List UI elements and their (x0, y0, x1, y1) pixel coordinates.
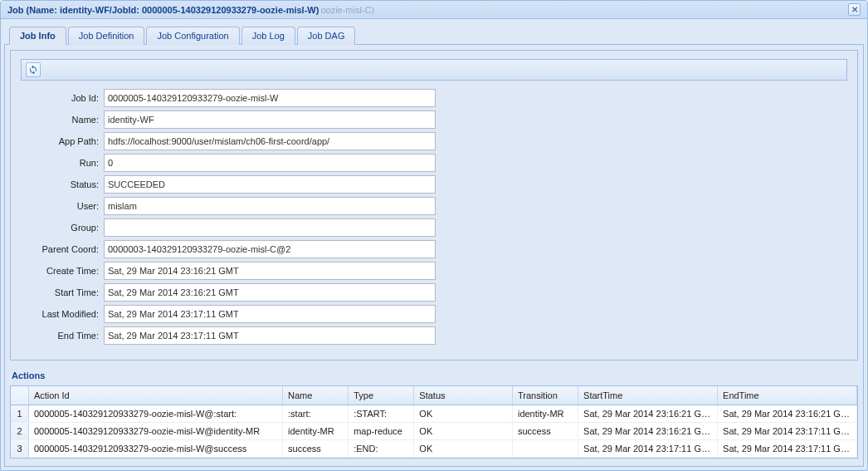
cell-status: OK (414, 423, 513, 439)
job-window: Job (Name: identity-WF/JobId: 0000005-14… (0, 0, 868, 471)
row-status: Status: (21, 175, 847, 194)
refresh-button[interactable] (26, 62, 41, 77)
label-status: Status: (21, 179, 104, 189)
cell-starttime: Sat, 29 Mar 2014 23:17:11 GMT (578, 440, 718, 457)
tab-label: Job Log (252, 31, 285, 41)
actions-grid: Action Id Name Type Status Transition St… (10, 385, 858, 459)
content-area: Job Id: Name: App Path: Run: Status: (4, 45, 864, 467)
title-ghost: oozie-misl-C) (320, 5, 374, 15)
label-create-time: Create Time: (21, 266, 104, 276)
table-row[interactable]: 3 0000005-140329120933279-oozie-misl-W@s… (11, 440, 857, 458)
field-user[interactable] (104, 197, 436, 215)
tab-job-definition[interactable]: Job Definition (68, 27, 145, 45)
cell-starttime: Sat, 29 Mar 2014 23:16:21 GMT (578, 423, 718, 439)
col-header-name[interactable]: Name (283, 386, 349, 405)
label-app-path: App Path: (21, 136, 104, 146)
tab-label: Job Info (20, 31, 56, 41)
tab-label: Job DAG (308, 31, 345, 41)
cell-transition: identity-MR (513, 405, 578, 422)
tab-label: Job Definition (79, 31, 134, 41)
form-grid: Job Id: Name: App Path: Run: Status: (11, 51, 857, 360)
row-job-id: Job Id: (21, 89, 847, 107)
toolbar (21, 59, 847, 81)
title-job-id: 0000005-140329120933279-oozie-misl-W (142, 5, 316, 15)
col-header-transition[interactable]: Transition (513, 386, 578, 405)
title-mid: /JobId: (110, 5, 142, 15)
row-name: Name: (21, 110, 847, 129)
row-user: User: (21, 197, 847, 215)
cell-index: 3 (11, 440, 29, 457)
cell-name: success (283, 440, 349, 457)
window-title: Job (Name: identity-WF/JobId: 0000005-14… (7, 5, 374, 15)
row-end-time: End Time: (21, 326, 847, 345)
cell-starttime: Sat, 29 Mar 2014 23:16:21 GMT (578, 405, 718, 422)
field-start-time[interactable] (104, 283, 436, 302)
cell-name: identity-MR (283, 423, 349, 439)
tab-job-info[interactable]: Job Info (9, 27, 66, 45)
actions-title: Actions (10, 367, 858, 385)
row-create-time: Create Time: (21, 262, 847, 280)
field-end-time[interactable] (104, 326, 436, 345)
cell-type: :END: (349, 440, 414, 457)
col-header-starttime[interactable]: StartTime (578, 386, 718, 405)
cell-action-id: 0000005-140329120933279-oozie-misl-W@suc… (29, 440, 283, 457)
col-header-status[interactable]: Status (414, 386, 513, 405)
cell-transition (513, 440, 578, 457)
cell-status: OK (414, 405, 513, 422)
cell-transition: success (513, 423, 578, 439)
refresh-icon (28, 65, 38, 75)
col-header-index[interactable] (11, 386, 29, 405)
label-job-id: Job Id: (21, 93, 104, 103)
row-start-time: Start Time: (21, 283, 847, 302)
tabstrip: Job Info Job Definition Job Configuratio… (4, 22, 864, 45)
label-parent-coord: Parent Coord: (21, 244, 104, 254)
title-job-name: identity-WF (60, 5, 110, 15)
label-user: User: (21, 201, 104, 211)
row-run: Run: (21, 154, 847, 172)
close-icon: ✕ (851, 5, 858, 14)
tab-job-log[interactable]: Job Log (241, 27, 295, 45)
field-run[interactable] (104, 154, 436, 172)
label-run: Run: (21, 158, 104, 168)
col-header-endtime[interactable]: EndTime (718, 386, 857, 405)
col-header-type[interactable]: Type (349, 386, 414, 405)
field-last-modified[interactable] (104, 305, 436, 323)
table-row[interactable]: 1 0000005-140329120933279-oozie-misl-W@:… (11, 405, 857, 423)
label-start-time: Start Time: (21, 287, 104, 297)
field-group[interactable] (104, 218, 436, 237)
field-create-time[interactable] (104, 262, 436, 280)
field-name[interactable] (104, 110, 436, 129)
grid-header: Action Id Name Type Status Transition St… (11, 386, 857, 405)
label-name: Name: (21, 115, 104, 125)
cell-status: OK (414, 440, 513, 457)
tab-label: Job Configuration (157, 31, 228, 41)
label-group: Group: (21, 223, 104, 233)
cell-endtime: Sat, 29 Mar 2014 23:16:21 GMT (718, 405, 857, 422)
close-button[interactable]: ✕ (848, 3, 861, 16)
cell-endtime: Sat, 29 Mar 2014 23:17:11 GMT (718, 423, 857, 439)
title-suffix: ) (316, 5, 319, 15)
row-parent-coord: Parent Coord: (21, 240, 847, 258)
cell-index: 1 (11, 405, 29, 422)
field-job-id[interactable] (104, 89, 436, 107)
row-app-path: App Path: (21, 132, 847, 150)
field-app-path[interactable] (104, 132, 436, 150)
cell-name: :start: (283, 405, 349, 422)
tab-job-configuration[interactable]: Job Configuration (146, 27, 239, 45)
job-info-panel: Job Id: Name: App Path: Run: Status: (10, 50, 858, 361)
table-row[interactable]: 2 0000005-140329120933279-oozie-misl-W@i… (11, 423, 857, 440)
row-last-modified: Last Modified: (21, 305, 847, 323)
label-end-time: End Time: (21, 331, 104, 341)
cell-type: :START: (349, 405, 414, 422)
field-parent-coord[interactable] (104, 240, 436, 258)
cell-type: map-reduce (349, 423, 414, 439)
title-prefix: Job (Name: (7, 5, 60, 15)
cell-action-id: 0000005-140329120933279-oozie-misl-W@ide… (29, 423, 283, 439)
field-status[interactable] (104, 175, 436, 194)
label-last-modified: Last Modified: (21, 309, 104, 319)
titlebar: Job (Name: identity-WF/JobId: 0000005-14… (1, 1, 867, 19)
cell-index: 2 (11, 423, 29, 439)
col-header-action-id[interactable]: Action Id (29, 386, 283, 405)
tab-job-dag[interactable]: Job DAG (297, 27, 356, 45)
cell-endtime: Sat, 29 Mar 2014 23:17:11 GMT (718, 440, 857, 457)
